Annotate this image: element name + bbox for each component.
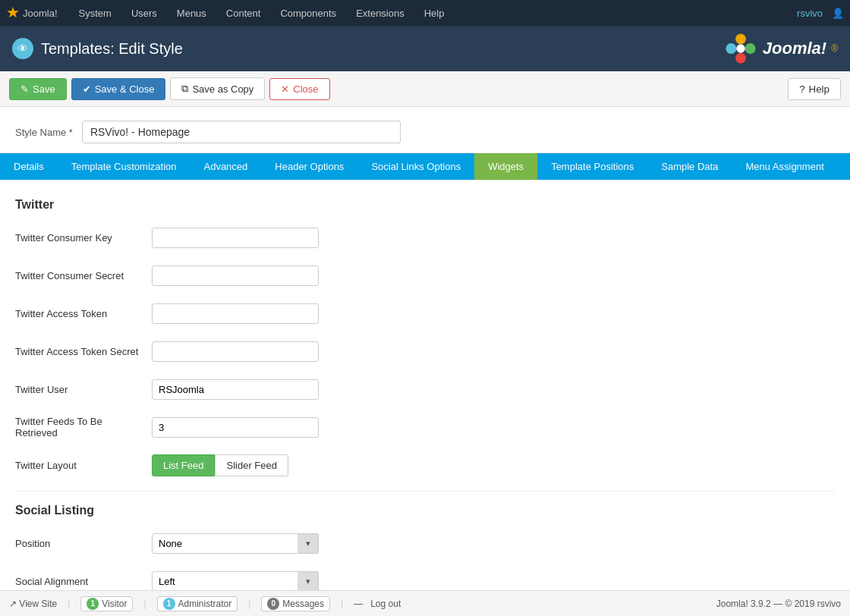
check-icon: ✔ [83,83,91,95]
alignment-select-wrapper: Left Center Right ▾ [152,571,319,592]
tab-menu-assignment[interactable]: Menu Assignment [732,153,837,180]
access-token-secret-row: Twitter Access Token Secret [15,338,835,365]
tab-widgets[interactable]: Widgets [474,153,537,180]
twitter-layout-label: Twitter Layout [15,460,152,471]
twitter-section-title: Twitter [15,198,835,212]
version-text: Joomla! 3.9.2 — © 2019 rsvivo [716,599,841,609]
nav-system[interactable]: System [70,3,121,24]
close-icon: ✕ [281,83,289,95]
nav-components[interactable]: Components [271,3,345,24]
tab-details[interactable]: Details [0,153,58,180]
social-listing-section-title: Social Listing [15,504,835,517]
joomla-star-icon [6,6,20,20]
tab-template-positions[interactable]: Template Positions [537,153,647,180]
joomla-logo: Joomla! ® [723,31,838,66]
access-token-label: Twitter Access Token [15,308,152,319]
joomla-logo-icon [723,31,758,66]
joomla-logo-text: Joomla! [763,39,826,58]
alignment-select[interactable]: Left Center Right [152,571,319,592]
visitor-badge: 1 Visitor [80,596,133,611]
view-site-link[interactable]: ↗ View Site [9,599,57,609]
save-button[interactable]: ✎ Save [9,78,67,100]
svg-point-4 [726,43,736,54]
twitter-user-label: Twitter User [15,384,152,395]
svg-point-2 [745,43,756,54]
nav-users[interactable]: Users [122,3,166,24]
nav-extensions[interactable]: Extensions [347,3,414,24]
tab-sample-data[interactable]: Sample Data [647,153,732,180]
logout-link[interactable]: Log out [370,599,401,609]
twitter-feeds-row: Twitter Feeds To Be Retrieved [15,413,835,441]
help-icon: ? [799,83,804,95]
access-token-row: Twitter Access Token [15,300,835,327]
sep2: | [143,599,146,609]
twitter-feeds-input[interactable] [152,417,319,438]
template-icon: 👁 [12,38,33,59]
visitor-count: 1 [87,598,99,610]
administrator-badge: 1 Administrator [157,596,238,611]
user-link[interactable]: rsvivo [797,8,823,19]
position-select-wrapper: None Position 1 Position 2 ▾ [152,533,319,554]
header-bar: 👁 Templates: Edit Style Joomla! ® [0,26,850,71]
joomla-logo-reg: ® [831,43,838,54]
nav-content[interactable]: Content [217,3,270,24]
tab-advanced[interactable]: Advanced [190,153,261,180]
tab-template-customization[interactable]: Template Customization [58,153,190,180]
nav-menus[interactable]: Menus [168,3,216,24]
twitter-user-input[interactable] [152,379,319,400]
sep3: | [248,599,250,609]
save-copy-button[interactable]: ⧉ Save as Copy [170,77,265,100]
save-icon: ✎ [20,83,29,95]
section-divider [15,491,835,492]
tab-social-links-options[interactable]: Social Links Options [357,153,474,180]
external-link-icon: ↗ [9,599,17,609]
twitter-feeds-label: Twitter Feeds To Be Retrieved [15,416,152,438]
position-row: Position None Position 1 Position 2 ▾ [15,530,835,557]
copy-icon: ⧉ [181,83,188,95]
logout-separator: — [354,599,363,609]
footer-right: Joomla! 3.9.2 — © 2019 rsvivo [716,599,841,609]
tab-bar: Details Template Customization Advanced … [0,153,850,180]
position-label: Position [15,538,152,549]
help-button[interactable]: ? Help [788,78,841,100]
style-name-input[interactable] [82,121,401,143]
svg-point-5 [736,44,745,53]
visitor-label: Visitor [102,599,127,609]
twitter-layout-row: Twitter Layout List Feed Slider Feed [15,451,835,479]
consumer-secret-input[interactable] [152,266,319,286]
toolbar-right: ? Help [788,78,841,100]
footer-bar: ↗ View Site | 1 Visitor | 1 Administrato… [0,590,850,616]
main-content: Twitter Twitter Consumer Key Twitter Con… [0,180,850,616]
slider-feed-button[interactable]: Slider Feed [215,454,288,476]
svg-point-1 [735,33,746,44]
admin-label: Administrator [178,599,232,609]
nav-items: System Users Menus Content Components Ex… [70,3,798,24]
alignment-label: Social Alignment [15,576,152,587]
toolbar: ✎ Save ✔ Save & Close ⧉ Save as Copy ✕ C… [0,71,850,107]
messages-badge: 0 Messages [261,596,330,611]
admin-count: 1 [163,598,175,610]
consumer-key-label: Twitter Consumer Key [15,232,152,244]
brand-logo[interactable]: Joomla! [6,6,58,20]
consumer-key-input[interactable] [152,228,319,248]
nav-help[interactable]: Help [415,3,454,24]
top-nav-right: rsvivo 👤 [797,8,844,19]
access-token-secret-input[interactable] [152,341,319,362]
save-close-button[interactable]: ✔ Save & Close [71,78,166,100]
list-feed-button[interactable]: List Feed [152,454,215,476]
top-navigation: Joomla! System Users Menus Content Compo… [0,0,850,26]
style-name-label: Style Name * [15,127,73,138]
page-title: Templates: Edit Style [41,40,183,58]
svg-point-3 [735,53,746,64]
user-avatar-icon[interactable]: 👤 [832,8,844,19]
footer-left: ↗ View Site | 1 Visitor | 1 Administrato… [9,596,716,611]
access-token-input[interactable] [152,303,319,324]
consumer-secret-row: Twitter Consumer Secret [15,262,835,289]
consumer-key-row: Twitter Consumer Key [15,224,835,251]
close-button[interactable]: ✕ Close [269,78,329,100]
twitter-user-row: Twitter User [15,376,835,403]
tab-header-options[interactable]: Header Options [261,153,357,180]
position-select[interactable]: None Position 1 Position 2 [152,533,319,554]
consumer-secret-label: Twitter Consumer Secret [15,270,152,281]
page-header: 👁 Templates: Edit Style [12,38,183,59]
